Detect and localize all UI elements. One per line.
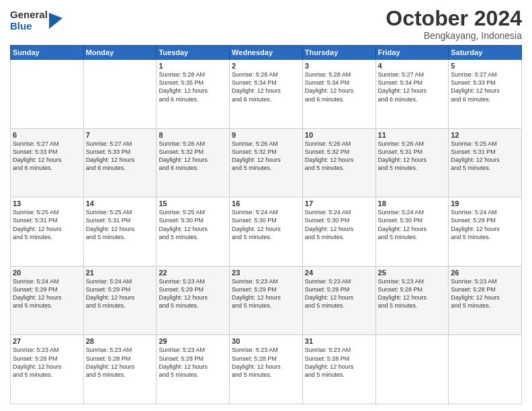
day-info: Sunrise: 5:26 AM Sunset: 5:32 PM Dayligh… xyxy=(159,140,227,173)
table-cell: 24Sunrise: 5:23 AM Sunset: 5:29 PM Dayli… xyxy=(302,266,375,335)
table-cell: 11Sunrise: 5:26 AM Sunset: 5:31 PM Dayli… xyxy=(375,128,449,197)
day-number: 30 xyxy=(232,337,300,345)
calendar-table: Sunday Monday Tuesday Wednesday Thursday… xyxy=(10,45,522,404)
table-cell xyxy=(375,335,449,404)
table-cell: 30Sunrise: 5:23 AM Sunset: 5:28 PM Dayli… xyxy=(230,335,303,404)
table-cell: 7Sunrise: 5:27 AM Sunset: 5:33 PM Daylig… xyxy=(83,128,157,197)
day-number: 23 xyxy=(232,269,300,277)
calendar-title: October 2024 xyxy=(386,7,522,30)
day-number: 7 xyxy=(86,131,154,139)
day-number: 3 xyxy=(305,62,373,70)
table-cell: 5Sunrise: 5:27 AM Sunset: 5:33 PM Daylig… xyxy=(449,60,522,129)
day-info: Sunrise: 5:25 AM Sunset: 5:31 PM Dayligh… xyxy=(86,208,154,241)
week-row-3: 20Sunrise: 5:24 AM Sunset: 5:29 PM Dayli… xyxy=(11,266,522,335)
day-number: 13 xyxy=(13,199,81,208)
svg-marker-0 xyxy=(49,13,62,29)
day-info: Sunrise: 5:28 AM Sunset: 5:34 PM Dayligh… xyxy=(232,71,300,103)
day-info: Sunrise: 5:27 AM Sunset: 5:33 PM Dayligh… xyxy=(451,71,519,103)
day-number: 16 xyxy=(232,199,300,208)
day-info: Sunrise: 5:24 AM Sunset: 5:30 PM Dayligh… xyxy=(232,208,300,241)
day-number: 12 xyxy=(451,131,519,139)
day-number: 18 xyxy=(378,199,447,208)
day-number: 19 xyxy=(451,199,519,208)
day-number: 29 xyxy=(159,337,227,345)
day-info: Sunrise: 5:23 AM Sunset: 5:28 PM Dayligh… xyxy=(232,346,300,379)
table-cell: 9Sunrise: 5:26 AM Sunset: 5:32 PM Daylig… xyxy=(230,128,303,197)
table-cell: 1Sunrise: 5:28 AM Sunset: 5:35 PM Daylig… xyxy=(157,60,230,129)
day-number: 14 xyxy=(86,199,154,208)
table-cell: 22Sunrise: 5:23 AM Sunset: 5:29 PM Dayli… xyxy=(157,266,230,335)
week-row-1: 6Sunrise: 5:27 AM Sunset: 5:33 PM Daylig… xyxy=(11,128,522,197)
day-info: Sunrise: 5:26 AM Sunset: 5:32 PM Dayligh… xyxy=(305,140,373,173)
day-info: Sunrise: 5:23 AM Sunset: 5:28 PM Dayligh… xyxy=(451,277,519,310)
day-number: 28 xyxy=(86,337,154,345)
header-sunday: Sunday xyxy=(11,46,84,60)
day-info: Sunrise: 5:28 AM Sunset: 5:34 PM Dayligh… xyxy=(305,71,373,103)
header-wednesday: Wednesday xyxy=(230,46,303,60)
table-cell: 12Sunrise: 5:25 AM Sunset: 5:31 PM Dayli… xyxy=(449,128,522,197)
day-number: 24 xyxy=(305,269,373,277)
table-cell: 31Sunrise: 5:23 AM Sunset: 5:28 PM Dayli… xyxy=(302,335,375,404)
table-cell xyxy=(83,60,157,129)
table-cell: 25Sunrise: 5:23 AM Sunset: 5:28 PM Dayli… xyxy=(375,266,449,335)
logo-general-text: General xyxy=(10,9,48,21)
day-info: Sunrise: 5:23 AM Sunset: 5:29 PM Dayligh… xyxy=(232,277,300,310)
day-info: Sunrise: 5:24 AM Sunset: 5:29 PM Dayligh… xyxy=(13,277,81,310)
header: General Blue October 2024 Bengkayang, In… xyxy=(10,7,522,41)
table-cell: 6Sunrise: 5:27 AM Sunset: 5:33 PM Daylig… xyxy=(11,128,84,197)
day-number: 4 xyxy=(378,62,447,70)
table-cell: 21Sunrise: 5:24 AM Sunset: 5:29 PM Dayli… xyxy=(83,266,157,335)
day-number: 25 xyxy=(378,269,447,277)
day-info: Sunrise: 5:25 AM Sunset: 5:31 PM Dayligh… xyxy=(451,140,519,173)
table-cell: 16Sunrise: 5:24 AM Sunset: 5:30 PM Dayli… xyxy=(230,197,303,267)
day-number: 1 xyxy=(159,62,227,70)
table-cell: 17Sunrise: 5:24 AM Sunset: 5:30 PM Dayli… xyxy=(302,197,375,267)
day-number: 5 xyxy=(451,62,519,70)
table-cell: 8Sunrise: 5:26 AM Sunset: 5:32 PM Daylig… xyxy=(157,128,230,197)
day-number: 20 xyxy=(13,269,81,277)
day-info: Sunrise: 5:23 AM Sunset: 5:28 PM Dayligh… xyxy=(305,346,373,379)
week-row-4: 27Sunrise: 5:23 AM Sunset: 5:28 PM Dayli… xyxy=(11,335,522,404)
day-info: Sunrise: 5:28 AM Sunset: 5:35 PM Dayligh… xyxy=(159,71,227,103)
header-tuesday: Tuesday xyxy=(157,46,230,60)
table-cell: 3Sunrise: 5:28 AM Sunset: 5:34 PM Daylig… xyxy=(302,60,375,129)
table-cell: 2Sunrise: 5:28 AM Sunset: 5:34 PM Daylig… xyxy=(230,60,303,129)
day-number: 11 xyxy=(378,131,447,139)
day-info: Sunrise: 5:26 AM Sunset: 5:31 PM Dayligh… xyxy=(378,140,447,173)
day-info: Sunrise: 5:23 AM Sunset: 5:28 PM Dayligh… xyxy=(86,346,154,379)
table-cell xyxy=(11,60,84,129)
day-info: Sunrise: 5:24 AM Sunset: 5:30 PM Dayligh… xyxy=(378,208,447,241)
week-row-2: 13Sunrise: 5:25 AM Sunset: 5:31 PM Dayli… xyxy=(11,197,522,267)
day-info: Sunrise: 5:24 AM Sunset: 5:29 PM Dayligh… xyxy=(451,208,519,241)
table-cell: 19Sunrise: 5:24 AM Sunset: 5:29 PM Dayli… xyxy=(449,197,522,267)
table-cell xyxy=(449,335,522,404)
day-number: 31 xyxy=(305,337,373,345)
day-info: Sunrise: 5:24 AM Sunset: 5:30 PM Dayligh… xyxy=(305,208,373,241)
page: General Blue October 2024 Bengkayang, In… xyxy=(0,0,532,411)
table-cell: 26Sunrise: 5:23 AM Sunset: 5:28 PM Dayli… xyxy=(449,266,522,335)
weekday-header-row: Sunday Monday Tuesday Wednesday Thursday… xyxy=(11,46,522,60)
day-info: Sunrise: 5:23 AM Sunset: 5:29 PM Dayligh… xyxy=(305,277,373,310)
table-cell: 4Sunrise: 5:27 AM Sunset: 5:34 PM Daylig… xyxy=(375,60,449,129)
day-info: Sunrise: 5:23 AM Sunset: 5:28 PM Dayligh… xyxy=(378,277,447,310)
logo: General Blue xyxy=(10,9,62,32)
day-info: Sunrise: 5:26 AM Sunset: 5:32 PM Dayligh… xyxy=(232,140,300,173)
table-cell: 29Sunrise: 5:23 AM Sunset: 5:28 PM Dayli… xyxy=(157,335,230,404)
table-cell: 28Sunrise: 5:23 AM Sunset: 5:28 PM Dayli… xyxy=(83,335,157,404)
day-info: Sunrise: 5:25 AM Sunset: 5:31 PM Dayligh… xyxy=(13,208,81,241)
week-row-0: 1Sunrise: 5:28 AM Sunset: 5:35 PM Daylig… xyxy=(11,60,522,129)
day-info: Sunrise: 5:27 AM Sunset: 5:33 PM Dayligh… xyxy=(13,140,81,173)
day-number: 22 xyxy=(159,269,227,277)
title-block: October 2024 Bengkayang, Indonesia xyxy=(386,7,522,41)
day-number: 27 xyxy=(13,337,81,345)
table-cell: 14Sunrise: 5:25 AM Sunset: 5:31 PM Dayli… xyxy=(83,197,157,267)
day-number: 26 xyxy=(451,269,519,277)
day-info: Sunrise: 5:27 AM Sunset: 5:33 PM Dayligh… xyxy=(86,140,154,173)
logo-blue-text: Blue xyxy=(10,21,48,32)
table-cell: 15Sunrise: 5:25 AM Sunset: 5:30 PM Dayli… xyxy=(157,197,230,267)
header-monday: Monday xyxy=(83,46,157,60)
day-info: Sunrise: 5:25 AM Sunset: 5:30 PM Dayligh… xyxy=(159,208,227,241)
header-thursday: Thursday xyxy=(302,46,375,60)
table-cell: 10Sunrise: 5:26 AM Sunset: 5:32 PM Dayli… xyxy=(302,128,375,197)
day-info: Sunrise: 5:24 AM Sunset: 5:29 PM Dayligh… xyxy=(86,277,154,310)
